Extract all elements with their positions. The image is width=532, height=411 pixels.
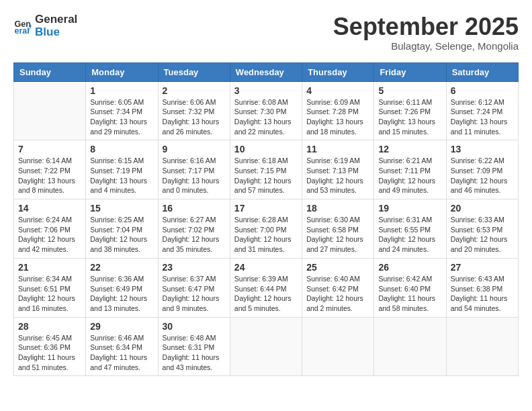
- calendar-cell: 18Sunrise: 6:30 AM Sunset: 6:58 PM Dayli…: [302, 199, 374, 259]
- calendar-cell: 17Sunrise: 6:28 AM Sunset: 7:00 PM Dayli…: [230, 199, 302, 259]
- calendar-cell: 3Sunrise: 6:08 AM Sunset: 7:30 PM Daylig…: [230, 81, 302, 140]
- day-info: Sunrise: 6:12 AM Sunset: 7:24 PM Dayligh…: [451, 97, 514, 137]
- calendar-cell: 1Sunrise: 6:05 AM Sunset: 7:34 PM Daylig…: [86, 81, 158, 140]
- calendar-cell: 23Sunrise: 6:37 AM Sunset: 6:47 PM Dayli…: [158, 258, 230, 317]
- day-info: Sunrise: 6:42 AM Sunset: 6:40 PM Dayligh…: [378, 274, 441, 314]
- day-number: 13: [451, 144, 514, 154]
- day-number: 19: [378, 203, 441, 214]
- day-info: Sunrise: 6:39 AM Sunset: 6:44 PM Dayligh…: [234, 274, 298, 314]
- calendar-table: SundayMondayTuesdayWednesdayThursdayFrid…: [13, 62, 519, 377]
- day-number: 4: [306, 85, 369, 96]
- day-info: Sunrise: 6:31 AM Sunset: 6:55 PM Dayligh…: [378, 215, 441, 255]
- day-number: 10: [234, 144, 298, 154]
- header-tuesday: Tuesday: [158, 62, 230, 81]
- page-header: Gen eral General Blue September 2025 Bul…: [13, 13, 519, 52]
- day-info: Sunrise: 6:18 AM Sunset: 7:15 PM Dayligh…: [234, 156, 298, 195]
- day-info: Sunrise: 6:19 AM Sunset: 7:13 PM Dayligh…: [306, 156, 369, 195]
- day-number: 21: [18, 262, 81, 273]
- calendar-cell: 26Sunrise: 6:42 AM Sunset: 6:40 PM Dayli…: [374, 258, 446, 317]
- day-number: 15: [90, 203, 153, 214]
- calendar-cell: 14Sunrise: 6:24 AM Sunset: 7:06 PM Dayli…: [14, 199, 86, 259]
- header-thursday: Thursday: [302, 62, 374, 81]
- day-info: Sunrise: 6:25 AM Sunset: 7:04 PM Dayligh…: [90, 215, 153, 255]
- calendar-week-2: 7Sunrise: 6:14 AM Sunset: 7:22 PM Daylig…: [14, 140, 519, 199]
- calendar-cell: 15Sunrise: 6:25 AM Sunset: 7:04 PM Dayli…: [86, 199, 158, 259]
- calendar-cell: 4Sunrise: 6:09 AM Sunset: 7:28 PM Daylig…: [302, 81, 374, 140]
- day-info: Sunrise: 6:21 AM Sunset: 7:11 PM Dayligh…: [378, 156, 441, 195]
- day-number: 11: [306, 144, 369, 154]
- calendar-cell: 5Sunrise: 6:11 AM Sunset: 7:26 PM Daylig…: [374, 81, 446, 140]
- day-number: 8: [90, 144, 153, 154]
- calendar-cell: 28Sunrise: 6:45 AM Sunset: 6:36 PM Dayli…: [14, 317, 86, 376]
- day-info: Sunrise: 6:45 AM Sunset: 6:36 PM Dayligh…: [18, 333, 81, 373]
- day-info: Sunrise: 6:06 AM Sunset: 7:32 PM Dayligh…: [163, 97, 226, 137]
- day-info: Sunrise: 6:36 AM Sunset: 6:49 PM Dayligh…: [90, 274, 153, 314]
- svg-text:eral: eral: [14, 26, 29, 36]
- calendar-cell: [14, 81, 86, 140]
- day-number: 25: [306, 262, 369, 273]
- calendar-cell: 30Sunrise: 6:48 AM Sunset: 6:31 PM Dayli…: [158, 317, 230, 376]
- day-number: 18: [306, 203, 369, 214]
- day-number: 28: [18, 321, 81, 332]
- calendar-cell: 16Sunrise: 6:27 AM Sunset: 7:02 PM Dayli…: [158, 199, 230, 259]
- header-monday: Monday: [86, 62, 158, 81]
- calendar-cell: [374, 317, 446, 376]
- calendar-cell: 12Sunrise: 6:21 AM Sunset: 7:11 PM Dayli…: [374, 140, 446, 199]
- header-wednesday: Wednesday: [230, 62, 302, 81]
- calendar-cell: 22Sunrise: 6:36 AM Sunset: 6:49 PM Dayli…: [86, 258, 158, 317]
- day-number: 16: [163, 203, 226, 214]
- logo-icon: Gen eral: [13, 17, 32, 36]
- day-number: 24: [234, 262, 298, 273]
- month-title: September 2025: [333, 13, 519, 40]
- calendar-cell: 19Sunrise: 6:31 AM Sunset: 6:55 PM Dayli…: [374, 199, 446, 259]
- day-info: Sunrise: 6:22 AM Sunset: 7:09 PM Dayligh…: [451, 156, 514, 195]
- calendar-cell: 9Sunrise: 6:16 AM Sunset: 7:17 PM Daylig…: [158, 140, 230, 199]
- day-info: Sunrise: 6:40 AM Sunset: 6:42 PM Dayligh…: [306, 274, 369, 314]
- day-info: Sunrise: 6:15 AM Sunset: 7:19 PM Dayligh…: [90, 156, 153, 195]
- day-number: 7: [18, 144, 81, 154]
- logo-line2: Blue: [35, 26, 77, 39]
- day-info: Sunrise: 6:11 AM Sunset: 7:26 PM Dayligh…: [378, 97, 441, 137]
- day-number: 23: [163, 262, 226, 273]
- header-saturday: Saturday: [446, 62, 518, 81]
- logo: Gen eral General Blue: [13, 13, 77, 38]
- calendar-cell: 29Sunrise: 6:46 AM Sunset: 6:34 PM Dayli…: [86, 317, 158, 376]
- day-info: Sunrise: 6:24 AM Sunset: 7:06 PM Dayligh…: [18, 215, 81, 255]
- header-sunday: Sunday: [14, 62, 86, 81]
- location-subtitle: Bulagtay, Selenge, Mongolia: [333, 40, 519, 52]
- calendar-week-4: 21Sunrise: 6:34 AM Sunset: 6:51 PM Dayli…: [14, 258, 519, 317]
- calendar-cell: [230, 317, 302, 376]
- calendar-cell: 10Sunrise: 6:18 AM Sunset: 7:15 PM Dayli…: [230, 140, 302, 199]
- day-number: 29: [90, 321, 153, 332]
- calendar-week-5: 28Sunrise: 6:45 AM Sunset: 6:36 PM Dayli…: [14, 317, 519, 376]
- calendar-cell: 27Sunrise: 6:43 AM Sunset: 6:38 PM Dayli…: [446, 258, 518, 317]
- day-number: 22: [90, 262, 153, 273]
- day-number: 1: [90, 85, 153, 96]
- day-info: Sunrise: 6:27 AM Sunset: 7:02 PM Dayligh…: [163, 215, 226, 255]
- day-info: Sunrise: 6:37 AM Sunset: 6:47 PM Dayligh…: [163, 274, 226, 314]
- day-info: Sunrise: 6:14 AM Sunset: 7:22 PM Dayligh…: [18, 156, 81, 195]
- day-number: 17: [234, 203, 298, 214]
- calendar-cell: 25Sunrise: 6:40 AM Sunset: 6:42 PM Dayli…: [302, 258, 374, 317]
- logo-line1: General: [35, 13, 77, 26]
- day-info: Sunrise: 6:48 AM Sunset: 6:31 PM Dayligh…: [163, 333, 226, 373]
- calendar-cell: 8Sunrise: 6:15 AM Sunset: 7:19 PM Daylig…: [86, 140, 158, 199]
- day-number: 14: [18, 203, 81, 214]
- calendar-week-1: 1Sunrise: 6:05 AM Sunset: 7:34 PM Daylig…: [14, 81, 519, 140]
- day-number: 5: [378, 85, 441, 96]
- calendar-cell: 11Sunrise: 6:19 AM Sunset: 7:13 PM Dayli…: [302, 140, 374, 199]
- day-number: 27: [451, 262, 514, 273]
- header-friday: Friday: [374, 62, 446, 81]
- day-info: Sunrise: 6:16 AM Sunset: 7:17 PM Dayligh…: [163, 156, 226, 195]
- calendar-cell: 6Sunrise: 6:12 AM Sunset: 7:24 PM Daylig…: [446, 81, 518, 140]
- day-number: 12: [378, 144, 441, 154]
- day-info: Sunrise: 6:08 AM Sunset: 7:30 PM Dayligh…: [234, 97, 298, 137]
- day-info: Sunrise: 6:33 AM Sunset: 6:53 PM Dayligh…: [451, 215, 514, 255]
- title-block: September 2025 Bulagtay, Selenge, Mongol…: [333, 13, 519, 52]
- day-number: 2: [163, 85, 226, 96]
- day-info: Sunrise: 6:34 AM Sunset: 6:51 PM Dayligh…: [18, 274, 81, 314]
- day-number: 9: [163, 144, 226, 154]
- calendar-cell: 13Sunrise: 6:22 AM Sunset: 7:09 PM Dayli…: [446, 140, 518, 199]
- day-number: 6: [451, 85, 514, 96]
- calendar-cell: 21Sunrise: 6:34 AM Sunset: 6:51 PM Dayli…: [14, 258, 86, 317]
